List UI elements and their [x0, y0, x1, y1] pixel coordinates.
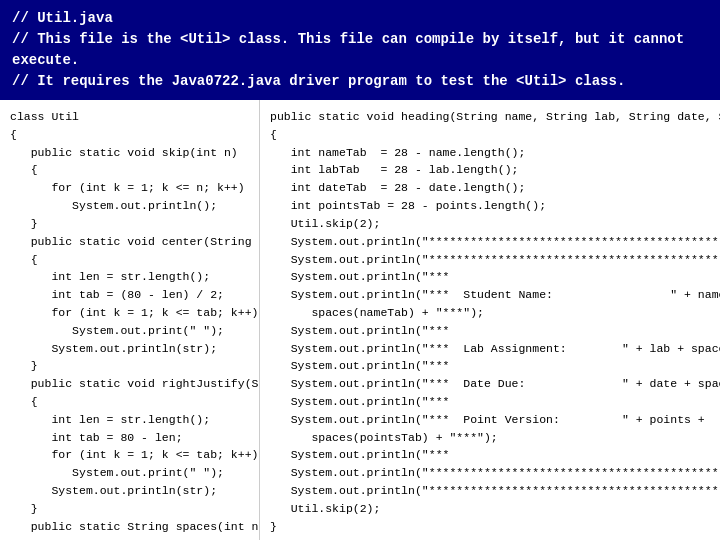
code-line: for (int k = 1; k <= tab; k++)	[10, 446, 249, 464]
code-line: public static void skip(int n)	[10, 144, 249, 162]
code-line: System.out.print(" ");	[10, 322, 249, 340]
code-line: System.out.println("*** ***");	[270, 393, 710, 411]
code-line: public static void rightJustify(String s…	[10, 375, 249, 393]
code-line: System.out.println(str);	[10, 482, 249, 500]
code-line: Util.skip(2);	[270, 215, 710, 233]
code-line: System.out.println();	[10, 197, 249, 215]
code-line: int tab = 80 - len;	[10, 429, 249, 447]
code-line: {	[270, 126, 710, 144]
code-line: spaces(nameTab) + "***");	[270, 304, 710, 322]
code-line: System.out.println("*** ***");	[270, 322, 710, 340]
code-line: System.out.println("*** Point Version: "…	[270, 411, 710, 429]
code-line: int labTab = 28 - lab.length();	[270, 161, 710, 179]
code-line: int len = str.length();	[10, 268, 249, 286]
code-line: public static String spaces(int n)	[10, 518, 249, 536]
code-line: System.out.println("*** Lab Assignment: …	[270, 340, 710, 358]
header-section: // Util.java // This file is the <Util> …	[0, 0, 720, 100]
code-line: {	[10, 161, 249, 179]
code-line: {	[10, 251, 249, 269]
code-line: System.out.println("********************…	[270, 464, 710, 482]
code-line: int dateTab = 28 - date.length();	[270, 179, 710, 197]
code-line: int tab = (80 - len) / 2;	[10, 286, 249, 304]
code-line: }	[10, 500, 249, 518]
code-line: {	[10, 393, 249, 411]
code-line: System.out.println(str);	[10, 340, 249, 358]
code-line: System.out.println("********************…	[270, 251, 710, 269]
code-line: {	[10, 536, 249, 541]
code-line: public static void center(String str)	[10, 233, 249, 251]
code-line: System.out.println("*** ***");	[270, 446, 710, 464]
code-line: class Util	[10, 108, 249, 126]
code-line: for (int k = 1; k <= tab; k++)	[10, 304, 249, 322]
code-line: System.out.println("*** ***");	[270, 268, 710, 286]
code-line: System.out.println("*** ***");	[270, 357, 710, 375]
code-line: for (int k = 1; k <= n; k++)	[10, 179, 249, 197]
code-line: int nameTab = 28 - name.length();	[270, 144, 710, 162]
code-line: int pointsTab = 28 - points.length();	[270, 197, 710, 215]
code-line: System.out.println("********************…	[270, 482, 710, 500]
right-code-panel: public static void heading(String name, …	[260, 100, 720, 540]
code-line: public static void heading(String name, …	[270, 108, 710, 126]
code-line: System.out.println("*** Student Name: " …	[270, 286, 710, 304]
code-line: {	[10, 126, 249, 144]
code-line: int len = str.length();	[10, 411, 249, 429]
left-code-panel: class Util{ public static void skip(int …	[0, 100, 260, 540]
right-code-content: public static void heading(String name, …	[270, 108, 710, 536]
code-line: }	[10, 357, 249, 375]
code-line: System.out.println("********************…	[270, 233, 710, 251]
code-line: spaces(pointsTab) + "***");	[270, 429, 710, 447]
code-line: Util.skip(2);	[270, 500, 710, 518]
code-line: }	[270, 518, 710, 536]
header-line3: // It requires the Java0722.java driver …	[12, 71, 708, 92]
code-line: System.out.println("*** Date Due: " + da…	[270, 375, 710, 393]
left-code-content: class Util{ public static void skip(int …	[10, 108, 249, 540]
code-line: System.out.print(" ");	[10, 464, 249, 482]
header-line2: // This file is the <Util> class. This f…	[12, 29, 708, 71]
code-line: }	[10, 215, 249, 233]
header-line1: // Util.java	[12, 8, 708, 29]
